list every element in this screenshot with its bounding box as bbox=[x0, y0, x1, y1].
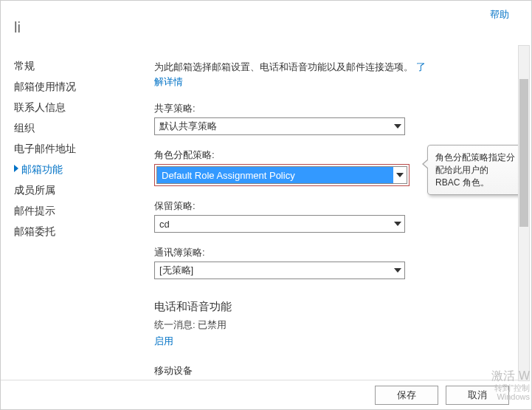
sidebar: 常规邮箱使用情况联系人信息组织电子邮件地址邮箱功能成员所属邮件提示邮箱委托 bbox=[14, 56, 132, 242]
scrollbar-track[interactable] bbox=[518, 45, 530, 381]
chevron-down-icon bbox=[391, 268, 404, 273]
sidebar-item-4[interactable]: 电子邮件地址 bbox=[14, 139, 132, 160]
sharing-policy-label: 共享策略: bbox=[154, 102, 435, 115]
intro-body: 为此邮箱选择邮箱设置、电话和语音功能以及邮件连接选项。 bbox=[154, 61, 413, 72]
sharing-policy-value: 默认共享策略 bbox=[155, 120, 391, 133]
intro-text: 为此邮箱选择邮箱设置、电话和语音功能以及邮件连接选项。 了解详情 bbox=[154, 60, 435, 89]
retention-policy-label: 保留策略: bbox=[154, 199, 435, 213]
sidebar-item-label: 邮件提示 bbox=[14, 205, 55, 216]
chevron-down-icon bbox=[391, 124, 404, 129]
sidebar-item-label: 邮箱功能 bbox=[21, 163, 63, 175]
sidebar-item-label: 成员所属 bbox=[14, 184, 55, 196]
role-policy-value: Default Role Assignment Policy bbox=[157, 167, 393, 183]
sidebar-item-8[interactable]: 邮箱委托 bbox=[14, 222, 132, 242]
sidebar-item-3[interactable]: 组织 bbox=[14, 118, 132, 139]
sidebar-item-label: 邮箱委托 bbox=[14, 225, 55, 237]
role-policy-tooltip: 角色分配策略指定分配给此用户的 RBAC 角色。 bbox=[427, 145, 523, 195]
main-content: 为此邮箱选择邮箱设置、电话和语音功能以及邮件连接选项。 了解详情 共享策略: 默… bbox=[154, 60, 435, 410]
sidebar-item-label: 常规 bbox=[14, 60, 35, 72]
help-link[interactable]: 帮助 bbox=[490, 8, 509, 21]
addressbook-policy-select[interactable]: [无策略] bbox=[154, 262, 405, 279]
chevron-down-icon bbox=[393, 167, 407, 183]
sidebar-item-6[interactable]: 成员所属 bbox=[14, 180, 132, 201]
unified-messaging-status: 统一消息: 已禁用 bbox=[154, 318, 435, 332]
footer: 保存 取消 bbox=[1, 380, 518, 409]
selected-marker-icon bbox=[14, 165, 18, 172]
sidebar-item-label: 联系人信息 bbox=[14, 101, 66, 113]
chevron-down-icon bbox=[391, 222, 404, 226]
sidebar-item-7[interactable]: 邮件提示 bbox=[14, 201, 132, 222]
addressbook-policy-label: 通讯簿策略: bbox=[154, 246, 435, 259]
role-policy-highlight: Default Role Assignment Policy bbox=[154, 164, 410, 186]
sidebar-item-0[interactable]: 常规 bbox=[14, 56, 132, 77]
sidebar-item-label: 组织 bbox=[14, 122, 35, 134]
retention-policy-value: cd bbox=[155, 219, 391, 230]
sidebar-item-2[interactable]: 联系人信息 bbox=[14, 98, 132, 118]
addressbook-policy-value: [无策略] bbox=[155, 264, 391, 277]
sidebar-item-1[interactable]: 邮箱使用情况 bbox=[14, 77, 132, 98]
role-policy-label: 角色分配策略: bbox=[154, 148, 435, 162]
mobile-devices-heading: 移动设备 bbox=[154, 364, 435, 377]
sidebar-item-label: 电子邮件地址 bbox=[14, 143, 76, 154]
save-button[interactable]: 保存 bbox=[375, 386, 438, 405]
scrollbar-thumb[interactable] bbox=[519, 79, 528, 227]
sharing-policy-select[interactable]: 默认共享策略 bbox=[154, 117, 405, 135]
phone-voice-heading: 电话和语音功能 bbox=[154, 300, 435, 314]
retention-policy-select[interactable]: cd bbox=[154, 215, 405, 233]
page-title: li bbox=[14, 19, 21, 36]
enable-um-link[interactable]: 启用 bbox=[154, 335, 435, 348]
cancel-button[interactable]: 取消 bbox=[446, 386, 509, 405]
role-policy-select[interactable]: Default Role Assignment Policy bbox=[156, 166, 407, 184]
sidebar-item-5[interactable]: 邮箱功能 bbox=[14, 160, 132, 180]
sidebar-item-label: 邮箱使用情况 bbox=[14, 81, 76, 92]
